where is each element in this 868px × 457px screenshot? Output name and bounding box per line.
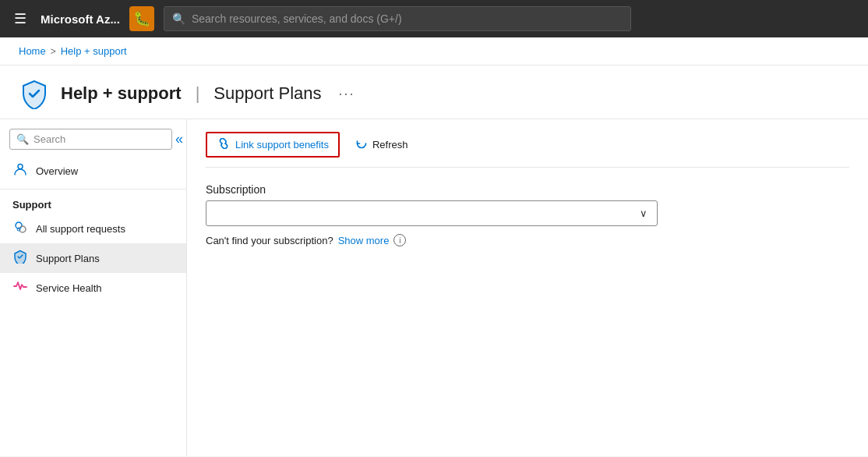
- search-icon: 🔍: [172, 12, 185, 25]
- sidebar-item-all-requests[interactable]: All support requests: [0, 214, 186, 243]
- app-title: Microsoft Az...: [41, 12, 120, 26]
- sidebar-service-health-label: Service Health: [36, 282, 102, 294]
- topbar: ☰ Microsoft Az... 🐛 🔍: [0, 0, 868, 37]
- toolbar: Link support benefits Refresh: [206, 132, 849, 168]
- chevron-down-icon: ∨: [640, 207, 647, 219]
- page-subtitle: Support Plans: [213, 83, 321, 104]
- right-panel: Link support benefits Refresh Subscripti…: [187, 119, 868, 456]
- hamburger-button[interactable]: ☰: [9, 7, 31, 30]
- title-separator: |: [196, 83, 200, 104]
- link-icon: [217, 138, 231, 151]
- sidebar-search-input[interactable]: [34, 133, 165, 145]
- svg-point-0: [18, 165, 23, 169]
- link-support-benefits-button[interactable]: Link support benefits: [206, 132, 340, 158]
- refresh-button[interactable]: Refresh: [346, 133, 418, 157]
- service-health-icon: [12, 279, 28, 296]
- sidebar-item-overview[interactable]: Overview: [0, 156, 186, 186]
- bug-icon: 🐛: [133, 10, 150, 27]
- sidebar-support-plans-label: Support Plans: [36, 253, 100, 264]
- sidebar-item-service-health[interactable]: Service Health: [0, 273, 186, 303]
- page-title: Help + support: [61, 83, 182, 104]
- global-search-box: 🔍: [164, 6, 631, 31]
- subscription-section: Subscription ∨ Can't find your subscript…: [206, 183, 849, 246]
- sidebar: 🔍 « Overview Support: [0, 119, 187, 456]
- subscription-label: Subscription: [206, 183, 849, 196]
- sidebar-section-support: Support: [0, 189, 186, 214]
- bug-icon-button[interactable]: 🐛: [129, 6, 154, 31]
- sidebar-all-requests-label: All support requests: [36, 223, 125, 235]
- breadcrumb-home[interactable]: Home: [19, 45, 46, 57]
- sidebar-search-icon: 🔍: [16, 133, 29, 145]
- sidebar-overview-label: Overview: [36, 165, 78, 177]
- page-container: Help + support | Support Plans ··· 🔍 «: [0, 66, 868, 456]
- main-content: 🔍 « Overview Support: [0, 119, 868, 456]
- breadcrumb: Home > Help + support: [0, 37, 868, 66]
- refresh-icon: [355, 137, 368, 152]
- collapse-sidebar-button[interactable]: «: [175, 131, 183, 147]
- all-requests-icon: [12, 220, 28, 237]
- sidebar-search-box: 🔍: [9, 129, 172, 150]
- global-search-input[interactable]: [192, 12, 623, 25]
- info-icon[interactable]: i: [393, 234, 406, 246]
- breadcrumb-separator: >: [51, 46, 56, 57]
- breadcrumb-current[interactable]: Help + support: [61, 45, 127, 57]
- page-header: Help + support | Support Plans ···: [0, 66, 868, 119]
- subscription-hint: Can't find your subscription? Show more …: [206, 234, 849, 246]
- overview-icon: [12, 162, 28, 179]
- link-support-benefits-label: Link support benefits: [235, 139, 329, 151]
- support-plans-icon: [12, 250, 28, 267]
- cant-find-text: Can't find your subscription?: [206, 235, 333, 246]
- sidebar-item-support-plans[interactable]: Support Plans: [0, 243, 186, 273]
- refresh-label: Refresh: [372, 139, 408, 151]
- show-more-link[interactable]: Show more: [338, 235, 390, 246]
- more-options-button[interactable]: ···: [339, 86, 355, 102]
- help-support-icon: [19, 78, 50, 109]
- subscription-dropdown[interactable]: ∨: [206, 200, 658, 226]
